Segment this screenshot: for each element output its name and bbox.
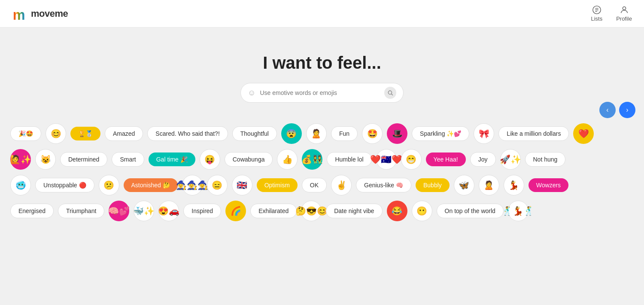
emotion-chip[interactable]: Genius-like 🧠 (356, 178, 411, 192)
emotion-chip[interactable]: Exhilarated (250, 204, 297, 218)
emotion-chip[interactable]: 😂 (387, 201, 407, 221)
emotion-chip[interactable]: 😕 (99, 175, 119, 195)
emotion-chip[interactable]: Yee Haa! (426, 152, 466, 166)
svg-point-4 (388, 91, 392, 94)
emotion-row-1: 🙋✨😺DeterminedSmartGal time 🎉😝Cowabunga👍💰… (9, 149, 635, 170)
emotion-chip[interactable]: 🇬🇧 (232, 175, 252, 195)
nav-lists[interactable]: Lists (591, 5, 602, 22)
emotion-chip[interactable]: 🙎 (479, 175, 499, 195)
emotion-rows: 🎉🤩😊🏆🥈AmazedScared. Who said that?!Though… (9, 123, 635, 221)
emotion-chip[interactable]: ❤️🇦🇺❤️ (376, 149, 397, 170)
emotion-row-3: EnergisedTriumphant🧠💕🐳✨😍🚗Inspired🌈Exhila… (9, 201, 635, 221)
emotion-chip[interactable]: 🤔😎😊 (301, 201, 322, 221)
emotion-row-0: 🎉🤩😊🏆🥈AmazedScared. Who said that?!Though… (9, 123, 635, 144)
search-input[interactable] (260, 89, 380, 96)
emotion-chip[interactable]: Optimism (257, 178, 298, 192)
search-button[interactable] (384, 87, 396, 99)
emotion-chip[interactable]: 🎉🤩 (10, 126, 41, 141)
emotion-chip[interactable]: 👍 (277, 149, 298, 170)
emotion-chip[interactable]: Humble lol (327, 152, 371, 167)
emoji-icon: ☺ (248, 88, 255, 98)
emotion-chip[interactable]: 😊 (46, 123, 66, 144)
svg-line-5 (392, 94, 393, 95)
emotion-chip[interactable]: Thoughtful (232, 126, 277, 141)
emotion-chip[interactable]: Date night vibe (326, 204, 382, 218)
emotion-chip[interactable]: Amazed (105, 126, 143, 141)
page-title: I want to feel... (263, 53, 381, 73)
emotion-chip[interactable]: 😑 (207, 175, 228, 195)
emotion-chip[interactable]: 💰👯 (302, 149, 322, 170)
emotion-chip[interactable]: Bubbly (416, 178, 450, 192)
emotion-chip[interactable]: 🙋✨ (10, 149, 31, 170)
emotion-chip[interactable]: ✌️ (331, 175, 352, 195)
nav-right: Lists Profile (591, 5, 632, 22)
svg-text:m: m (13, 7, 25, 21)
emotion-chip[interactable]: On top of the world (437, 204, 504, 218)
emotion-chip[interactable]: Triumphant (58, 204, 104, 218)
emotion-chip[interactable]: 🎩 (387, 123, 407, 144)
emotion-chip[interactable]: Joy (470, 152, 496, 167)
emotion-chip[interactable]: 🤩 (362, 123, 383, 144)
emotion-chip[interactable]: 😁 (401, 149, 422, 170)
emotion-chip[interactable]: 🚀✨ (500, 149, 521, 170)
emotion-chip[interactable]: 🏆🥈 (70, 127, 100, 140)
emotion-section: ‹ › 🎉🤩😊🏆🥈AmazedScared. Who said that?!Th… (0, 123, 644, 221)
emotion-chip[interactable]: 🦋 (454, 175, 474, 195)
emotion-row-2: 🥶Unstoppable 🔴😕Astonished 🤔🧙‍♀️🧙‍♀️🧙‍♀️😑… (9, 175, 635, 195)
emotion-chip[interactable]: Astonished 🤔 (124, 178, 178, 192)
svg-point-3 (623, 7, 626, 10)
emotion-chip[interactable]: Smart (112, 152, 144, 167)
emotion-chip[interactable]: 🥶 (10, 175, 31, 195)
emotion-chip[interactable]: Cowabunga (225, 152, 273, 167)
emotion-chip[interactable]: 😺 (35, 149, 56, 170)
emotion-chip[interactable]: 🙎 (306, 123, 327, 144)
lists-icon (592, 5, 601, 15)
emotion-chip[interactable]: Sparkling ✨💕 (412, 126, 469, 141)
emotion-chip[interactable]: 🧙‍♀️🧙‍♀️🧙‍♀️ (182, 175, 203, 195)
nav-arrows: ‹ › (599, 102, 635, 118)
emotion-chip[interactable]: Determined (60, 152, 107, 167)
logo[interactable]: m moveme (12, 6, 68, 21)
emotion-chip[interactable]: 🕺💃🕺 (508, 201, 529, 221)
emotion-chip[interactable]: Inspired (183, 204, 221, 218)
emotion-chip[interactable]: Energised (10, 204, 54, 218)
emotion-chip[interactable]: Scared. Who said that?! (147, 126, 228, 141)
emotion-chip[interactable]: Like a million dollars (498, 126, 569, 141)
emotion-chip[interactable]: ❤️ (573, 123, 594, 144)
lists-label: Lists (591, 15, 602, 22)
emotion-chip[interactable]: Unstoppable 🔴 (35, 178, 94, 192)
nav-profile[interactable]: Profile (616, 5, 632, 22)
profile-icon (620, 5, 629, 15)
emotion-chip[interactable]: 🎀 (474, 123, 494, 144)
emotion-chip[interactable]: Gal time 🎉 (149, 152, 195, 166)
emotion-chip[interactable]: 🌈 (225, 201, 246, 221)
prev-button[interactable]: ‹ (599, 102, 616, 118)
header: m moveme Lists Pr (0, 0, 644, 27)
search-bar: ☺ (240, 83, 404, 103)
emotion-chip[interactable]: 😝 (200, 149, 220, 170)
emotion-chip[interactable]: OK (302, 178, 327, 192)
emotion-chip[interactable]: 💃 (504, 175, 524, 195)
logo-icon: m (12, 6, 27, 21)
emotion-chip[interactable]: 🐳✨ (134, 201, 154, 221)
logo-text: moveme (31, 8, 68, 19)
emotion-chip[interactable]: 🧠💕 (109, 201, 129, 221)
emotion-chip[interactable]: Fun (331, 126, 358, 141)
emotion-chip[interactable]: 😶 (412, 201, 432, 221)
emotion-chip[interactable]: Not hung (525, 152, 566, 167)
emotion-chip[interactable]: 😍🚗 (158, 201, 179, 221)
next-button[interactable]: › (619, 102, 635, 118)
search-icon (387, 90, 393, 96)
profile-label: Profile (616, 15, 632, 22)
emotion-chip[interactable]: 😨 (281, 123, 302, 144)
emotion-chip[interactable]: Wowzers (529, 178, 568, 192)
main-content: I want to feel... ☺ ‹ › 🎉🤩😊🏆🥈AmazedScare… (0, 27, 644, 221)
